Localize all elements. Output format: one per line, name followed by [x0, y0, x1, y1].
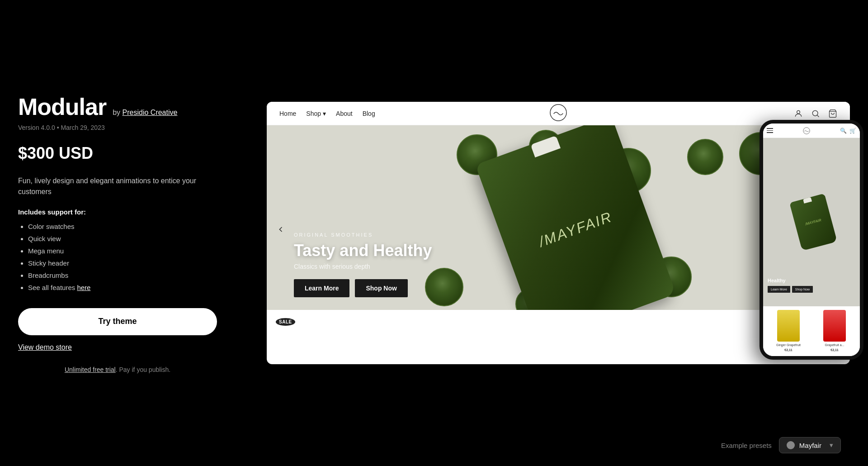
- mobile-nav: 🔍 🛒: [763, 124, 860, 138]
- features-link[interactable]: here: [77, 284, 90, 291]
- preset-name: Mayfair: [799, 442, 821, 449]
- svg-point-1: [797, 110, 800, 114]
- mobile-cart-icon[interactable]: 🛒: [849, 128, 856, 134]
- svg-point-2: [812, 110, 818, 116]
- version-info: Version 4.0.0 • March 29, 2023: [18, 124, 240, 131]
- try-theme-button[interactable]: Try theme: [18, 308, 217, 335]
- sale-badge: SALE: [276, 318, 295, 326]
- mobile-product-card: Grapefruit a... €2,11: [813, 310, 856, 352]
- svg-line-3: [817, 115, 819, 117]
- feature-item: Quick view: [28, 233, 240, 245]
- mobile-product-name: Ginger Grapefruit: [776, 343, 801, 347]
- feature-item: Sticky header: [28, 257, 240, 269]
- mobile-product-card: Ginger Grapefruit €2,11: [767, 310, 810, 352]
- mobile-hero: /MAYFAIR Healthy Learn More Shop Now: [763, 138, 860, 306]
- mobile-product-name: Grapefruit a...: [825, 343, 844, 347]
- mobile-hero-buttons: Learn More Shop Now: [768, 286, 855, 293]
- mobile-product-price: €2,11: [830, 348, 839, 352]
- by-label: by: [113, 109, 120, 116]
- cucumber-decoration: [687, 139, 723, 175]
- feature-item: Breadcrumbs: [28, 269, 240, 281]
- hero-category: ORIGINAL SMOOTHIES: [294, 232, 432, 238]
- mobile-product-image-red: [823, 310, 846, 342]
- nav-home[interactable]: Home: [279, 110, 296, 117]
- svg-point-0: [550, 105, 566, 121]
- nav-shop[interactable]: Shop ▾: [306, 110, 326, 117]
- store-nav-left: Home Shop ▾ About Blog: [279, 110, 375, 117]
- free-trial-text: Unlimited free trial: [65, 366, 116, 373]
- mobile-products: Ginger Grapefruit €2,11 Grapefruit a... …: [763, 306, 860, 356]
- theme-title: Modular: [18, 93, 106, 120]
- free-trial-suffix: . Pay if you publish.: [116, 366, 170, 373]
- mobile-shop-now-button[interactable]: Shop Now: [792, 286, 813, 293]
- left-panel: Modular by Presidio Creative Version 4.0…: [18, 84, 240, 382]
- mobile-search-icon[interactable]: 🔍: [840, 128, 847, 134]
- store-nav-icons: [794, 109, 837, 118]
- free-trial-note: Unlimited free trial. Pay if you publish…: [18, 366, 217, 373]
- preset-color-dot: [787, 441, 795, 449]
- mobile-hero-headline: Healthy: [768, 278, 855, 283]
- mobile-bottle-label: /MAYFAIR: [805, 218, 822, 226]
- hero-text: ORIGINAL SMOOTHIES Tasty and Healthy Cla…: [294, 232, 432, 297]
- version-date: March 29, 2023: [61, 124, 104, 131]
- feature-item-link: See all features here: [28, 281, 240, 294]
- feature-item: Mega menu: [28, 245, 240, 257]
- hero-prev-arrow[interactable]: [274, 223, 288, 236]
- mobile-screen: 🔍 🛒 /MAYFAIR Healthy Learn More Shop Now: [763, 124, 860, 356]
- mobile-bottle: /MAYFAIR: [789, 194, 837, 251]
- features-heading: Includes support for:: [18, 208, 240, 216]
- mobile-hamburger-icon[interactable]: [767, 128, 773, 133]
- version-text: Version 4.0.0: [18, 124, 55, 131]
- hero-subtitle: Classics with serious depth: [294, 263, 432, 270]
- chevron-down-icon: ▾: [830, 441, 833, 449]
- shop-chevron: ▾: [323, 110, 326, 117]
- right-panel: Home Shop ▾ About Blog: [267, 102, 850, 364]
- bottle-label: /MAYFAIR: [537, 208, 615, 250]
- store-nav: Home Shop ▾ About Blog: [267, 102, 850, 125]
- mobile-nav-icons: 🔍 🛒: [840, 128, 856, 134]
- mobile-mockup: 🔍 🛒 /MAYFAIR Healthy Learn More Shop Now: [760, 120, 863, 360]
- cart-icon[interactable]: [828, 109, 837, 118]
- hero-headline: Tasty and Healthy: [294, 241, 432, 260]
- mobile-hero-text: Healthy Learn More Shop Now: [768, 278, 855, 293]
- nav-blog[interactable]: Blog: [363, 110, 375, 117]
- author-link[interactable]: Presidio Creative: [123, 109, 178, 116]
- presets-dropdown[interactable]: Mayfair ▾: [779, 437, 841, 453]
- features-list: Color swatches Quick view Mega menu Stic…: [18, 220, 240, 294]
- theme-title-row: Modular by Presidio Creative: [18, 93, 240, 120]
- feature-item: Color swatches: [28, 220, 240, 233]
- hero-buttons: Learn More Shop Now: [294, 279, 432, 297]
- store-logo: [549, 104, 567, 124]
- view-demo-button[interactable]: View demo store: [18, 343, 72, 352]
- account-icon[interactable]: [794, 109, 803, 118]
- search-icon[interactable]: [811, 109, 820, 118]
- features-section: Includes support for: Color swatches Qui…: [18, 208, 240, 294]
- svg-point-5: [803, 127, 810, 133]
- mobile-product-image: [777, 310, 800, 342]
- mobile-learn-more-button[interactable]: Learn More: [768, 286, 790, 293]
- theme-author: by Presidio Creative: [113, 109, 177, 117]
- nav-about[interactable]: About: [336, 110, 353, 117]
- description: Fun, lively design and elegant animation…: [18, 176, 217, 197]
- shop-now-button[interactable]: Shop Now: [355, 279, 407, 297]
- mobile-logo-icon: [802, 127, 811, 135]
- price: $300 USD: [18, 144, 240, 163]
- mobile-product-price: €2,11: [784, 348, 793, 352]
- bottom-bar: Example presets Mayfair ▾: [721, 437, 841, 453]
- learn-more-button[interactable]: Learn More: [294, 279, 349, 297]
- presets-label: Example presets: [721, 442, 772, 449]
